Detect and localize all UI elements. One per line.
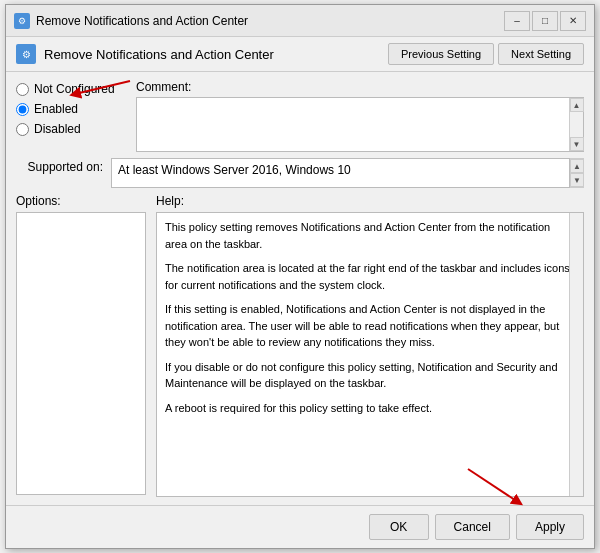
disabled-option[interactable]: Disabled (16, 122, 126, 136)
help-text: This policy setting removes Notification… (156, 212, 584, 497)
help-scrollbar (569, 213, 583, 496)
help-paragraph-1: This policy setting removes Notification… (165, 219, 575, 252)
supported-label: Supported on: (16, 158, 111, 188)
radio-group: Not Configured Enabled Disabled (16, 80, 126, 152)
dialog-title: Remove Notifications and Action Center (44, 47, 380, 62)
comment-scroll-up[interactable]: ▲ (570, 98, 584, 112)
maximize-button[interactable]: □ (532, 11, 558, 31)
supported-section: Supported on: At least Windows Server 20… (16, 158, 584, 188)
help-paragraph-3: If this setting is enabled, Notification… (165, 301, 575, 351)
supported-value: At least Windows Server 2016, Windows 10 (111, 158, 570, 188)
help-paragraph-2: The notification area is located at the … (165, 260, 575, 293)
comment-label: Comment: (136, 80, 584, 94)
not-configured-label: Not Configured (34, 82, 115, 96)
window-title: Remove Notifications and Action Center (36, 14, 248, 28)
previous-setting-button[interactable]: Previous Setting (388, 43, 494, 65)
help-label: Help: (156, 194, 584, 208)
options-label: Options: (16, 194, 146, 208)
help-paragraph-5: A reboot is required for this policy set… (165, 400, 575, 417)
comment-box[interactable]: ▲ ▼ (136, 97, 584, 152)
enabled-option[interactable]: Enabled (16, 102, 126, 116)
header-icon: ⚙ (16, 44, 36, 64)
ok-button[interactable]: OK (369, 514, 429, 540)
enabled-radio[interactable] (16, 103, 29, 116)
close-button[interactable]: ✕ (560, 11, 586, 31)
disabled-label: Disabled (34, 122, 81, 136)
options-box (16, 212, 146, 495)
not-configured-radio[interactable] (16, 83, 29, 96)
next-setting-button[interactable]: Next Setting (498, 43, 584, 65)
supported-scroll-down[interactable]: ▼ (570, 173, 584, 187)
apply-button[interactable]: Apply (516, 514, 584, 540)
comment-scroll-down[interactable]: ▼ (570, 137, 584, 151)
cancel-button[interactable]: Cancel (435, 514, 510, 540)
help-paragraph-4: If you disable or do not configure this … (165, 359, 575, 392)
not-configured-option[interactable]: Not Configured (16, 82, 126, 96)
minimize-button[interactable]: – (504, 11, 530, 31)
window-icon: ⚙ (14, 13, 30, 29)
supported-scroll-up[interactable]: ▲ (570, 159, 584, 173)
supported-scrollbar: ▲ ▼ (570, 158, 584, 188)
enabled-label: Enabled (34, 102, 78, 116)
disabled-radio[interactable] (16, 123, 29, 136)
